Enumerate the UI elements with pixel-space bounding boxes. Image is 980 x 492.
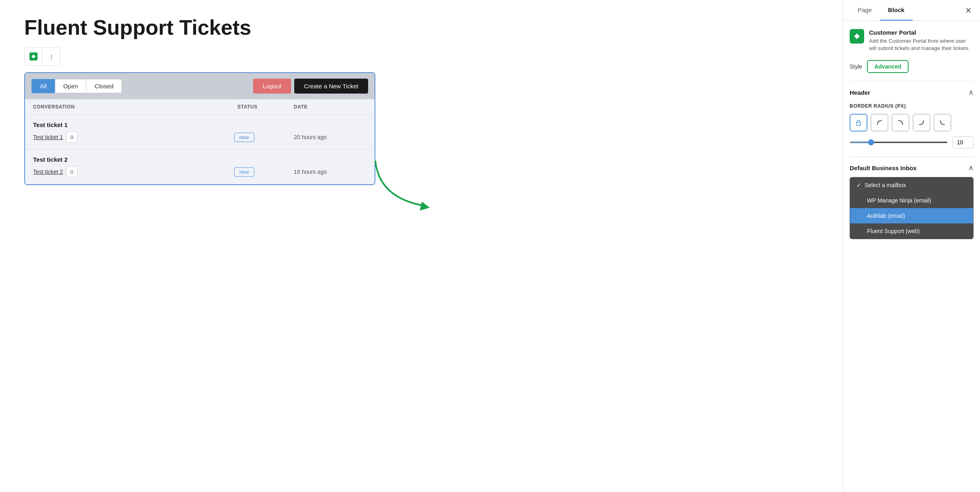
ticket-title-1[interactable]: Test ticket 1: [33, 121, 366, 128]
radius-option-lock[interactable]: [850, 114, 867, 131]
radius-input[interactable]: 10: [953, 136, 974, 148]
radius-option-bottom-left[interactable]: [934, 114, 951, 131]
filter-btn-closed[interactable]: Closed: [86, 79, 122, 93]
editor-area: Fluent Support Tickets ⋮ AllOpenClosed L…: [0, 0, 843, 492]
dropdown-item-label-0: Select a mailbox: [865, 182, 906, 188]
ticket-group-1: Test ticket 1Test ticket 10new20 hours a…: [25, 115, 375, 150]
svg-rect-1: [856, 122, 861, 125]
dropdown-item-1[interactable]: WP Manage Ninja (email): [850, 193, 973, 208]
ticket-count-badge-1: 0: [66, 131, 77, 143]
block-info-text: Customer Portal Add the Customer Portal …: [869, 29, 974, 52]
default-business-collapse-button[interactable]: ∧: [968, 163, 974, 172]
header-section: Header ∧: [850, 88, 974, 97]
block-info-description: Add the Customer Portal from where user …: [869, 38, 974, 52]
block-icon-button[interactable]: [25, 48, 42, 65]
radius-option-bottom-right[interactable]: [913, 114, 930, 131]
filter-buttons: AllOpenClosed: [31, 79, 122, 93]
ticket-status-badge-2: new: [234, 167, 254, 177]
style-label: Style: [850, 63, 862, 70]
dropdown-item-label-1: WP Manage Ninja (email): [867, 197, 931, 204]
column-date: DATE: [294, 104, 366, 110]
ticket-title-2[interactable]: Test ticket 2: [33, 156, 366, 163]
filter-btn-open[interactable]: Open: [55, 79, 86, 93]
page-title: Fluent Support Tickets: [24, 16, 819, 39]
tickets-header-bar: AllOpenClosed Logout Create a New Ticket: [25, 73, 375, 99]
advanced-button[interactable]: Advanced: [867, 60, 909, 73]
block-menu-button[interactable]: ⋮: [42, 48, 60, 65]
radius-options: [850, 114, 974, 131]
tab-page[interactable]: Page: [850, 0, 880, 21]
dropdown-item-label-2: Authlab (email): [867, 213, 905, 219]
header-collapse-button[interactable]: ∧: [968, 88, 974, 97]
radius-option-top-right[interactable]: [892, 114, 909, 131]
dropdown-menu: ✓Select a mailboxWP Manage Ninja (email)…: [850, 177, 974, 239]
sidebar-close-button[interactable]: ✕: [963, 4, 974, 17]
dropdown-item-3[interactable]: Fluent Support (web): [850, 223, 973, 239]
more-options-icon: ⋮: [49, 54, 54, 60]
tab-block[interactable]: Block: [880, 0, 913, 21]
table-header: CONVERSATION STATUS DATE: [25, 99, 375, 115]
block-toolbar: ⋮: [24, 47, 61, 66]
ticket-row-2: Test ticket 20new19 hours ago: [33, 166, 366, 177]
radius-option-top-left[interactable]: [871, 114, 888, 131]
ticket-status-badge-1: new: [234, 133, 254, 142]
sidebar-content: Customer Portal Add the Customer Portal …: [843, 21, 980, 247]
default-business-header: Default Business Inbox ∧: [850, 163, 974, 172]
radius-slider[interactable]: [850, 142, 948, 143]
ticket-link-2[interactable]: Test ticket 2: [33, 169, 63, 175]
create-ticket-button[interactable]: Create a New Ticket: [294, 79, 368, 94]
border-radius-label: BORDER RADIUS (PX): [850, 103, 974, 109]
filter-btn-all[interactable]: All: [31, 79, 55, 93]
logout-button[interactable]: Logout: [253, 79, 291, 94]
dropdown-item-0[interactable]: ✓Select a mailbox: [850, 177, 973, 193]
sidebar-tabs: Page Block ✕: [843, 0, 980, 21]
dropdown-item-label-3: Fluent Support (web): [867, 228, 920, 234]
check-icon: ✓: [856, 182, 861, 188]
divider: [850, 81, 974, 81]
ticket-link-1[interactable]: Test ticket 1: [33, 134, 63, 140]
header-section-title: Header: [850, 89, 870, 96]
dropdown-item-2[interactable]: Authlab (email): [850, 208, 973, 223]
ticket-date-2: 19 hours ago: [294, 169, 366, 175]
ticket-group-2: Test ticket 2Test ticket 20new19 hours a…: [25, 150, 375, 184]
right-sidebar: Page Block ✕ Customer Portal Add the Cus…: [843, 0, 980, 492]
block-icon-display: [850, 29, 864, 44]
block-info: Customer Portal Add the Customer Portal …: [850, 29, 974, 52]
ticket-date-1: 20 hours ago: [294, 134, 366, 140]
tickets-widget: AllOpenClosed Logout Create a New Ticket…: [24, 72, 375, 185]
default-business-section: Default Business Inbox ∧ ✓Select a mailb…: [850, 163, 974, 239]
ticket-row-1: Test ticket 10new20 hours ago: [33, 131, 366, 143]
style-row: Style Advanced: [850, 60, 974, 73]
default-business-title: Default Business Inbox: [850, 165, 917, 171]
ticket-count-badge-2: 0: [66, 166, 77, 177]
radius-slider-row: 10: [850, 136, 974, 148]
block-info-title: Customer Portal: [869, 29, 974, 36]
column-status: STATUS: [237, 104, 294, 110]
ticket-list: Test ticket 1Test ticket 10new20 hours a…: [25, 115, 375, 184]
divider-2: [850, 156, 974, 157]
column-conversation: CONVERSATION: [33, 104, 237, 110]
sidebar-tab-group: Page Block: [850, 0, 913, 21]
tickets-table: CONVERSATION STATUS DATE Test ticket 1Te…: [25, 99, 375, 184]
